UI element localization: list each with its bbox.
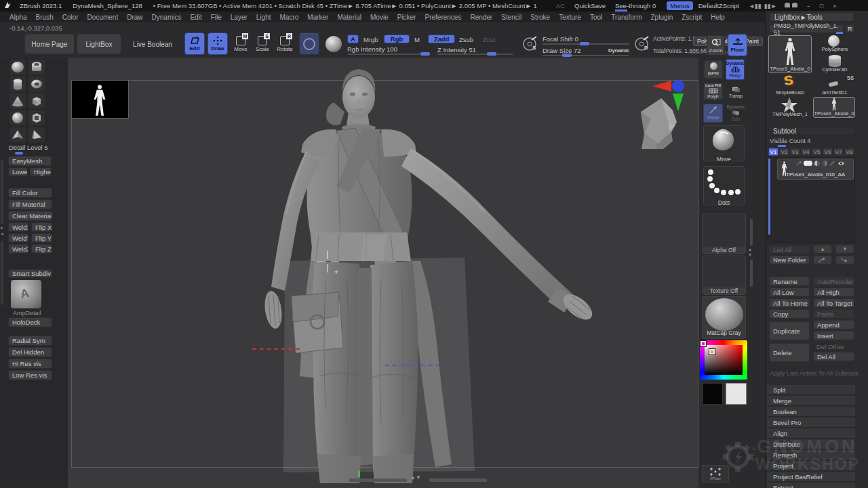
alpha-thumb[interactable]: Alpha Off xyxy=(702,214,746,254)
zoom-button[interactable]: Zoom xyxy=(707,35,725,56)
current-tool-button[interactable]: PM3D_TMPolyMesh_1. 51 xyxy=(769,24,844,33)
del-other-button[interactable]: Del Other xyxy=(813,342,854,350)
flipz-button[interactable]: Flip Z xyxy=(31,244,52,253)
z-intensity-track[interactable] xyxy=(437,54,513,55)
holodeck-button[interactable]: HoloDeck xyxy=(8,317,52,327)
del-all-button[interactable]: Del All xyxy=(813,352,854,361)
move-out-folder-button[interactable] xyxy=(813,256,832,264)
current-brush-thumb[interactable]: Move xyxy=(703,125,745,161)
hand-left-icon[interactable] xyxy=(784,2,790,9)
subtool-list-scrollbar[interactable] xyxy=(768,159,770,235)
anchor-toggle[interactable]: A xyxy=(347,35,359,43)
visible-count-slider[interactable]: Visible Count 4 xyxy=(770,138,810,144)
easymesh-button[interactable]: EasyMesh xyxy=(8,156,52,166)
solo-button[interactable]: Dynamic Solo xyxy=(728,104,744,121)
tool-thumb-tmpolymesh[interactable]: TMPolyMesh_1 xyxy=(768,98,812,118)
stroke-type-thumb[interactable]: Dots xyxy=(703,166,745,205)
subtool-paint-icon[interactable] xyxy=(795,161,802,166)
zcut-toggle[interactable]: Zcut xyxy=(483,36,495,43)
z-intensity-slider[interactable]: Z Intensity 51 xyxy=(437,46,476,54)
shelf-scroll-up-icon[interactable]: ▲ xyxy=(748,247,752,251)
menu-help[interactable]: Help xyxy=(711,14,725,21)
hand-right-icon[interactable] xyxy=(791,2,797,9)
menu-alpha[interactable]: Alpha xyxy=(9,14,27,21)
primitive-torus-thumb[interactable] xyxy=(28,77,45,92)
tool-thumb-alodia2[interactable]: TPose1_Alodia_0 xyxy=(813,97,855,118)
all-to-target-button[interactable]: All To Target xyxy=(813,298,854,308)
menu-draw[interactable]: Draw xyxy=(127,14,142,21)
primitive-tube-thumb[interactable] xyxy=(28,60,45,75)
rgb-toggle[interactable]: Rgb xyxy=(384,35,410,43)
rgb-intensity-handle[interactable] xyxy=(420,52,430,56)
higher-button[interactable]: Higher xyxy=(30,167,52,176)
tray-divider-open-icon[interactable]: ► xyxy=(0,226,4,230)
distribute-button[interactable]: Distribute xyxy=(767,439,855,449)
radial-sym-button[interactable]: Radial Sym xyxy=(8,336,52,346)
low-res-vis-button[interactable]: Low Res vis xyxy=(8,370,52,380)
transp-button[interactable]: Transp xyxy=(728,85,744,100)
secondary-color-swatch[interactable] xyxy=(703,383,723,405)
menu-brush[interactable]: Brush xyxy=(36,14,54,21)
subtool-tab-v1[interactable]: V1 xyxy=(768,148,778,156)
all-to-home-button[interactable]: All To Home xyxy=(769,298,810,308)
duplicate-button[interactable]: Duplicate xyxy=(769,321,810,340)
menu-light[interactable]: Light xyxy=(256,14,271,21)
project-button[interactable]: Project xyxy=(767,461,855,471)
move-into-folder-button[interactable] xyxy=(835,256,854,264)
primitive-hollow-cube-thumb[interactable] xyxy=(28,110,45,125)
m-toggle[interactable]: M xyxy=(414,36,420,43)
weldy-button[interactable]: WeldY xyxy=(8,233,28,243)
z-axis-sphere[interactable] xyxy=(672,80,684,92)
live-boolean-button[interactable]: Live Boolean xyxy=(124,34,181,54)
character-model[interactable] xyxy=(68,58,702,488)
subtool-tab-v4[interactable]: V4 xyxy=(801,148,811,156)
r-button[interactable]: R xyxy=(846,24,854,33)
del-hidden-button[interactable]: Del Hidden xyxy=(8,347,52,357)
fill-color-button[interactable]: Fill Color xyxy=(8,188,52,198)
menu-render[interactable]: Render xyxy=(470,14,492,21)
delete-button[interactable]: Delete xyxy=(769,343,810,362)
ampdetail-thumb[interactable]: A xyxy=(11,280,41,308)
stroke-picker-button[interactable]: S xyxy=(522,36,538,52)
tray-scroll-left-icon[interactable]: ◄▮▮ xyxy=(749,3,762,9)
focal-shift-handle[interactable] xyxy=(580,42,589,45)
floor-button[interactable]: Floor xyxy=(728,34,747,56)
primitive-cube-thumb[interactable] xyxy=(28,94,45,108)
insert-button[interactable]: Insert xyxy=(813,331,854,340)
shelf-scroll-down-icon[interactable]: ▼ xyxy=(748,253,752,257)
shelf-scrollbar-upper[interactable] xyxy=(750,219,753,246)
close-icon[interactable]: × xyxy=(833,3,836,9)
subtool-up-button[interactable]: ▲ xyxy=(813,245,832,253)
primary-color-swatch[interactable] xyxy=(726,383,747,405)
clear-material-button[interactable]: Clear Material xyxy=(8,211,52,221)
menu-texture[interactable]: Texture xyxy=(559,14,581,21)
bevel-pro-button[interactable]: Bevel Pro xyxy=(767,418,855,428)
menu-material[interactable]: Material xyxy=(337,14,361,21)
draw-button[interactable]: Draw xyxy=(208,33,228,55)
color-selector[interactable] xyxy=(709,349,715,354)
x-axis-cone[interactable] xyxy=(652,81,671,92)
dynamic-label[interactable]: Dynamic xyxy=(608,47,629,54)
menu-transform[interactable]: Transform xyxy=(611,14,642,21)
menu-macro[interactable]: Macro xyxy=(280,14,299,21)
lightbox-button[interactable]: LightBox xyxy=(77,34,121,54)
menu-edit[interactable]: Edit xyxy=(190,14,201,21)
y-axis-cone[interactable] xyxy=(673,94,684,111)
menu-tool[interactable]: Tool xyxy=(590,14,602,21)
menus-toggle[interactable]: Menus xyxy=(667,1,693,10)
weldz-button[interactable]: WeldZ xyxy=(8,244,28,253)
xpose-button[interactable]: XPose xyxy=(702,465,729,483)
menu-document[interactable]: Document xyxy=(87,14,119,21)
move-button[interactable]: M Move xyxy=(231,33,250,55)
subtool-tab-v2[interactable]: V2 xyxy=(779,148,789,156)
detail-level-slider[interactable]: Detail Level 5 xyxy=(9,144,48,151)
minimize-icon[interactable]: − xyxy=(807,3,810,9)
axis-gizmo[interactable] xyxy=(652,80,688,111)
primitive-pyramid-thumb[interactable] xyxy=(9,127,26,142)
tray-scroll-right-icon[interactable]: ▮▮► xyxy=(764,3,777,9)
menu-stencil[interactable]: Stencil xyxy=(501,14,521,21)
apply-last-action-button[interactable]: Apply Last Action To All Subtools xyxy=(770,370,858,377)
smart-subdiv-button[interactable]: Smart Subdiv xyxy=(8,269,52,278)
polypaint-on2-icon[interactable] xyxy=(807,161,812,166)
tool-thumb-cylinder[interactable]: Cylinder3D xyxy=(814,54,855,73)
